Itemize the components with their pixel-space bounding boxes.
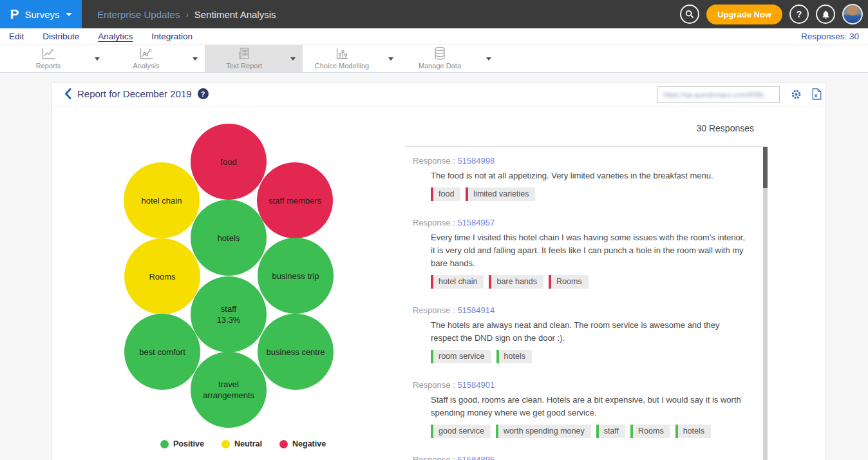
bubble-label: food [220, 157, 236, 168]
bubble-label: staff [221, 303, 236, 314]
response-id-link[interactable]: 51584914 [457, 305, 495, 315]
sentiment-tag[interactable]: food [431, 187, 460, 201]
chevron-down-icon [193, 57, 198, 61]
response-text: The hotels are always neat and clean. Th… [431, 319, 746, 345]
bubble-hotels[interactable]: hotels [191, 200, 267, 276]
bubble-food[interactable]: food [191, 124, 267, 200]
toolbar-item-analysis[interactable]: Analysis [107, 45, 205, 72]
text-report-icon [238, 48, 250, 60]
questionpro-logo-icon: P [10, 6, 19, 22]
bubble-label: business trip [272, 271, 319, 282]
chevron-down-icon [95, 57, 100, 61]
share-url-value: https://qa.questionpro.com/t/0BL [663, 91, 765, 99]
nav-tab-integration[interactable]: Integration [151, 32, 193, 41]
tag-list: room servicehotels [431, 350, 746, 363]
toolbar-item-label: Text Report [226, 62, 262, 70]
response-header: Response : 51584998 [413, 156, 746, 166]
bubble-rooms[interactable]: Rooms [124, 238, 200, 314]
search-icon [685, 10, 694, 19]
bubble-travel-arrangements[interactable]: travel arrangements [191, 352, 267, 428]
toolbar-item-choice-modelling[interactable]: Choice Modelling [303, 45, 401, 72]
upgrade-now-button[interactable]: Upgrade Now [706, 5, 782, 24]
response-item: Response : 51584998The food is not at al… [413, 156, 746, 201]
notifications-button[interactable] [816, 5, 835, 24]
bubble-label: best comfort [139, 347, 185, 358]
app-logo[interactable]: P Surveys [0, 0, 82, 28]
settings-button[interactable] [790, 88, 802, 103]
toolbar-item-label: Choice Modelling [315, 62, 369, 70]
sentiment-tag[interactable]: good service [431, 425, 491, 438]
legend-dot-icon [222, 440, 230, 448]
sentiment-tag[interactable]: bare hands [489, 275, 543, 289]
toolbar-item-text-report[interactable]: Text Report [205, 45, 303, 72]
product-name: Surveys [24, 9, 59, 20]
sentiment-tag[interactable]: worth spending money [496, 425, 591, 438]
help-button[interactable]: ? [789, 5, 809, 24]
chevron-down-icon [388, 57, 393, 61]
bubble-label: Rooms [149, 271, 175, 282]
breadcrumb-parent-link[interactable]: Enterprise Updates [97, 9, 180, 20]
search-button[interactable] [680, 5, 699, 24]
bubble-staff-members[interactable]: staff members [257, 162, 333, 238]
analysis-scatter-icon [138, 48, 155, 60]
response-text: The food is not at all appetizing. Very … [431, 169, 746, 182]
toolbar-item-label: Manage Data [419, 62, 461, 70]
share-url-input[interactable]: https://qa.questionpro.com/t/0BL [657, 86, 780, 103]
sentiment-tag[interactable]: Rooms [630, 425, 670, 438]
chevron-down-icon [290, 57, 296, 61]
response-item: Response : 51584957Every time I visited … [413, 218, 746, 289]
nav-tab-edit[interactable]: Edit [9, 32, 24, 41]
response-id-link[interactable]: 51584998 [457, 156, 495, 166]
toolbar-item-reports[interactable]: Reports [9, 45, 107, 72]
dropdown-caret-button[interactable] [185, 45, 205, 72]
bell-icon [821, 10, 831, 19]
topbar-actions: Upgrade Now ? [680, 4, 868, 24]
nav-tab-distribute[interactable]: Distribute [42, 32, 79, 41]
chart-legend: PositiveNeutralNegative [160, 439, 326, 448]
title-help-button[interactable]: ? [198, 88, 209, 99]
response-item: Response : 51584895 [413, 455, 746, 460]
response-list: Response : 51584998The food is not at al… [405, 147, 768, 460]
response-text: Every time I visited this hotel chain I … [431, 231, 746, 270]
dropdown-caret-button[interactable] [88, 45, 107, 72]
question-mark-icon: ? [797, 9, 802, 19]
bubble-label: staff members [269, 195, 321, 206]
bubble-staff[interactable]: staff13.3% [191, 276, 267, 352]
bubble-hotel-chain[interactable]: hotel chain [124, 162, 200, 238]
toolbar-item-manage-data[interactable]: Manage Data [401, 45, 498, 72]
sentiment-tag[interactable]: hotels [675, 425, 711, 438]
sentiment-tag[interactable]: staff [596, 425, 625, 438]
user-avatar[interactable] [842, 4, 863, 24]
export-excel-button[interactable] [812, 88, 822, 102]
sentiment-tag[interactable]: Rooms [549, 275, 589, 289]
scrollbar[interactable] [763, 147, 768, 460]
tag-list: good serviceworth spending moneystaffRoo… [431, 425, 746, 438]
choice-modelling-icon [334, 48, 350, 60]
dropdown-caret-button[interactable] [381, 45, 401, 72]
dropdown-caret-button[interactable] [283, 45, 303, 72]
sentiment-tag[interactable]: limited varieties [466, 187, 535, 201]
reports-line-chart-icon [41, 48, 57, 60]
response-id-link[interactable]: 51584895 [457, 455, 495, 460]
bubble-best-comfort[interactable]: best comfort [124, 314, 200, 390]
legend-label: Negative [292, 439, 326, 448]
sentiment-tag[interactable]: hotels [496, 350, 532, 363]
legend-item-negative: Negative [279, 439, 326, 448]
response-id-link[interactable]: 51584901 [457, 380, 495, 390]
response-id-link[interactable]: 51584957 [457, 218, 495, 227]
response-item: Response : 51584901Staff is good, rooms … [413, 380, 746, 438]
bubble-business-trip[interactable]: business trip [258, 238, 334, 314]
back-button[interactable] [64, 88, 71, 99]
bubble-label: business centre [266, 347, 325, 358]
report-card: Report for December 2019 ? https://qa.qu… [52, 82, 826, 460]
nav-tab-analytics[interactable]: Analytics [98, 32, 133, 41]
sentiment-tag[interactable]: hotel chain [431, 275, 484, 289]
scrollbar-thumb[interactable] [763, 147, 768, 188]
response-item: Response : 51584914The hotels are always… [413, 305, 746, 363]
bubble-business-centre[interactable]: business centre [258, 314, 334, 390]
bubble-value: 13.3% [217, 314, 241, 325]
sentiment-tag[interactable]: room service [431, 350, 491, 363]
legend-dot-icon [160, 440, 169, 448]
dropdown-caret-button[interactable] [479, 45, 498, 72]
survey-nav: EditDistributeAnalyticsIntegration Respo… [0, 28, 868, 45]
